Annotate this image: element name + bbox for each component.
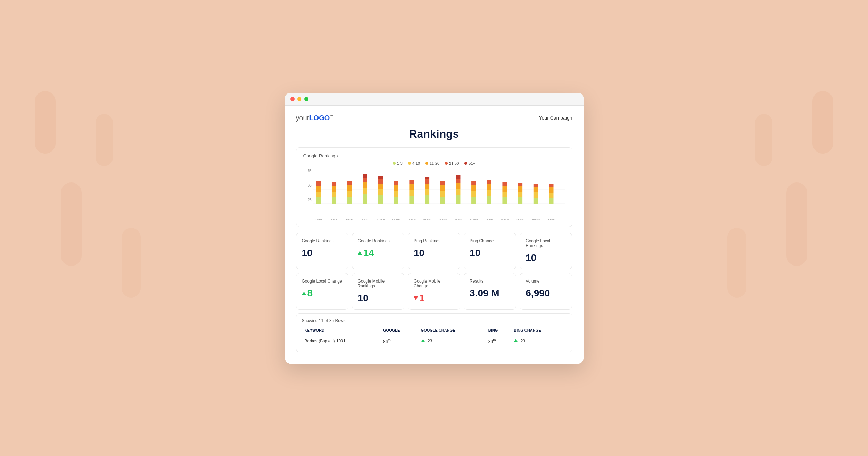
svg-text:18 Nov: 18 Nov [438,218,447,221]
metric-value-10: 6,990 [526,288,566,299]
svg-rect-25 [394,197,398,204]
logo-tm: ™ [330,114,333,118]
metric-value-6: 8 [302,288,342,299]
metric-label-5: Google Local Rankings [526,238,566,248]
svg-text:2 Nov: 2 Nov [315,218,322,221]
svg-rect-12 [347,191,352,197]
metric-label-7: Google Mobile Rankings [358,279,398,288]
metric-value-1: 10 [302,247,342,259]
cell-keyword: Barkas (Баркас) 1001 [302,335,381,347]
svg-rect-61 [518,186,522,192]
arrow-up-icon [358,251,362,255]
metric-bing-change: Bing Change 10 [464,233,516,269]
svg-rect-47 [471,197,476,204]
page-title: Rankings [296,128,572,140]
legend-dot-21-50 [445,162,448,165]
svg-rect-60 [518,192,522,197]
arrow-up-icon-2 [302,292,306,295]
svg-rect-39 [440,191,445,197]
svg-rect-64 [533,192,538,198]
svg-rect-35 [425,184,429,189]
metric-google-local-change: Google Local Change 8 [296,273,348,310]
svg-rect-67 [549,198,553,204]
svg-rect-8 [331,192,336,197]
table-header-row: KEYWORD GOOGLE GOOGLE CHANGE BING BING C… [302,327,567,335]
metric-volume: Volume 6,990 [520,273,572,310]
svg-rect-66 [533,184,538,187]
metric-value-3: 10 [414,247,454,259]
maximize-button-dot[interactable] [304,97,308,101]
metric-value-7: 10 [358,293,398,304]
svg-text:4 Nov: 4 Nov [330,218,337,221]
metrics-row-2: Google Local Change 8 Google Mobile Rank… [296,273,572,310]
cell-bing-change: 23 [511,335,566,347]
svg-rect-69 [549,187,553,193]
svg-rect-68 [549,193,553,198]
page-content: yourLOGO™ Your Campaign Rankings Google … [285,106,584,364]
metric-google-rankings-2: Google Rankings 14 [352,233,404,269]
metric-label-10: Volume [526,279,566,284]
campaign-label: Your Campaign [539,115,572,121]
chart-legend: 1-3 4-10 11-20 21-50 51+ [303,161,565,165]
cell-google-change: 23 [418,335,486,347]
metric-label-9: Results [470,279,510,284]
svg-rect-51 [487,196,491,204]
table-arrow-up-icon [421,339,425,342]
metric-value-5: 10 [526,252,566,263]
metric-google-mobile-rankings: Google Mobile Rankings 10 [352,273,404,310]
svg-text:10 Nov: 10 Nov [376,218,385,221]
svg-rect-20 [378,195,383,204]
svg-text:30 Nov: 30 Nov [531,218,540,221]
metric-bing-rankings: Bing Rankings 10 [408,233,460,269]
svg-rect-33 [425,195,429,204]
svg-text:12 Nov: 12 Nov [392,218,400,221]
svg-text:20 Nov: 20 Nov [454,218,462,221]
table-card: Showing 11 of 35 Rows KEYWORD GOOGLE GOO… [296,313,572,352]
svg-rect-4 [316,192,321,197]
y-axis: 75 50 25 [303,169,312,213]
col-keyword: KEYWORD [302,327,381,335]
svg-rect-15 [363,194,367,204]
svg-text:8 Nov: 8 Nov [362,218,369,221]
svg-rect-63 [533,198,538,204]
svg-text:6 Nov: 6 Nov [346,218,353,221]
svg-rect-40 [440,185,445,191]
chart-card: Google Rankings 1-3 4-10 11-20 21-50 [296,147,572,227]
browser-chrome [285,93,584,106]
svg-rect-7 [331,197,336,204]
legend-11-20: 11-20 [425,161,439,165]
legend-dot-51plus [464,162,467,165]
metric-label-8: Google Mobile Change [414,279,454,288]
svg-rect-65 [533,187,538,192]
metric-results: Results 3.09 M [464,273,516,310]
metric-google-local-rankings: Google Local Rankings 10 [520,233,572,269]
svg-rect-23 [378,179,383,184]
svg-text:26 Nov: 26 Nov [501,218,509,221]
logo: yourLOGO™ [296,114,333,122]
svg-rect-9 [331,186,336,192]
svg-rect-14 [347,181,352,185]
legend-21-50: 21-50 [445,161,459,165]
col-google: GOOGLE [380,327,418,335]
svg-rect-55 [502,197,507,204]
metric-value-8: 1 [414,293,454,304]
svg-rect-27 [394,185,398,191]
col-bing-change: BING CHANGE [511,327,566,335]
svg-rect-46 [456,175,460,179]
col-bing: BING [486,327,511,335]
svg-rect-3 [316,197,321,204]
close-button-dot[interactable] [290,97,295,101]
metric-value-4: 10 [470,247,510,259]
svg-rect-43 [456,189,460,195]
metric-value-9: 3.09 M [470,288,510,299]
svg-rect-44 [456,183,460,189]
data-table: KEYWORD GOOGLE GOOGLE CHANGE BING BING C… [302,327,567,347]
svg-rect-26 [394,191,398,197]
svg-text:14 Nov: 14 Nov [407,218,416,221]
chart-wrapper: 75 50 25 [303,169,565,221]
svg-rect-18 [363,178,367,182]
svg-text:16 Nov: 16 Nov [423,218,431,221]
minimize-button-dot[interactable] [297,97,301,101]
svg-rect-11 [347,197,352,204]
svg-rect-70 [549,184,553,187]
